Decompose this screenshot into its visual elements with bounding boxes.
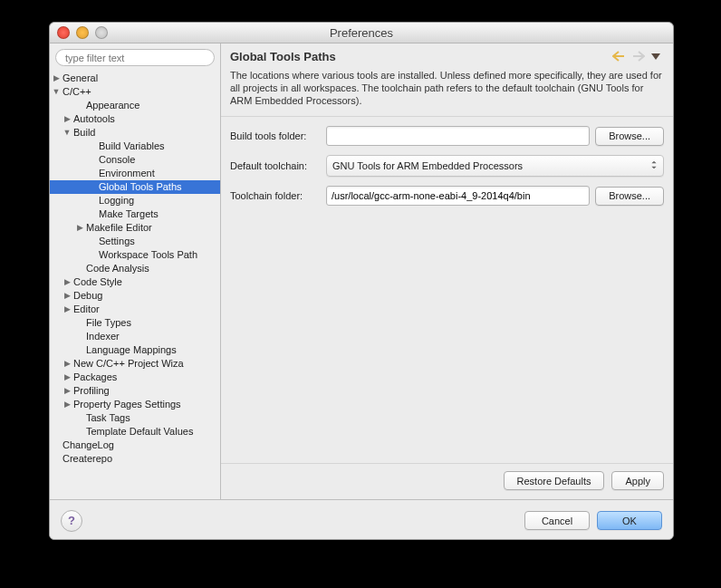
tree-item-changelog[interactable]: ChangeLog [50,439,220,452]
tree-item-code-analysis[interactable]: Code Analysis [50,262,220,275]
dialog-footer: ? Cancel OK [50,499,673,540]
chevron-right-icon: ▶ [62,289,72,303]
chevron-down-icon: ▼ [52,85,61,99]
arrow-left-icon [612,51,627,62]
tree-item-workspace-tools-path[interactable]: Workspace Tools Path [50,248,220,262]
view-menu-button[interactable] [648,49,664,63]
window-title: Preferences [50,26,673,40]
tree-item-environment[interactable]: Environment [50,167,220,180]
page-description: The locations where various tools are in… [221,67,673,117]
tree-item-logging[interactable]: Logging [50,194,220,207]
tree-item-build[interactable]: ▼Build [50,126,220,140]
window-close-button[interactable] [57,26,70,39]
chevron-down-icon: ▼ [62,126,72,140]
toolchain-folder-label: Toolchain folder: [230,190,321,201]
tree-item-settings[interactable]: Settings [50,235,220,248]
tree-item-appearance[interactable]: Appearance [50,99,220,112]
default-toolchain-value: GNU Tools for ARM Embedded Processors [332,160,523,171]
help-button[interactable]: ? [61,510,82,532]
tree-item-makefile-editor[interactable]: ▶Makefile Editor [50,221,220,235]
chevron-right-icon: ▶ [62,357,72,371]
window-minimize-button[interactable] [76,26,89,39]
tree-item-ccpp[interactable]: ▼C/C++ [50,85,220,99]
tree-item-indexer[interactable]: Indexer [50,330,220,343]
restore-defaults-button[interactable]: Restore Defaults [504,471,605,490]
svg-marker-0 [651,53,660,60]
toolchain-browse-button[interactable]: Browse... [595,187,664,206]
nav-forward-button[interactable] [630,49,646,63]
preferences-tree[interactable]: ▶General ▼C/C++ Appearance ▶Autotools ▼B… [50,72,220,499]
chevron-right-icon: ▶ [62,371,72,384]
chevron-right-icon: ▶ [62,398,72,411]
chevron-right-icon: ▶ [52,72,61,85]
tree-item-make-targets[interactable]: Make Targets [50,207,220,221]
tree-item-new-project-wizard[interactable]: ▶New C/C++ Project Wiza [50,357,220,371]
ok-button[interactable]: OK [597,511,662,530]
chevron-right-icon: ▶ [62,384,72,398]
tree-item-language-mappings[interactable]: Language Mappings [50,343,220,357]
preferences-window: Preferences ▶General ▼C/C++ Appearance ▶… [49,22,674,540]
page-title: Global Tools Paths [230,50,610,63]
arrow-right-icon [630,51,645,62]
tree-item-general[interactable]: ▶General [50,72,220,85]
triangle-down-icon [651,52,660,61]
tree-item-template-default-values[interactable]: Template Default Values [50,425,220,439]
chevron-right-icon: ▶ [62,303,72,316]
tree-item-createrepo[interactable]: Createrepo [50,452,220,466]
tree-item-global-tools-paths[interactable]: Global Tools Paths [50,180,220,194]
tree-item-editor[interactable]: ▶Editor [50,303,220,316]
default-toolchain-label: Default toolchain: [230,160,321,171]
sidebar: ▶General ▼C/C++ Appearance ▶Autotools ▼B… [50,43,221,499]
toolchain-folder-input[interactable] [326,186,590,206]
tree-item-debug[interactable]: ▶Debug [50,289,220,303]
build-tools-folder-label: Build tools folder: [230,130,321,141]
form: Build tools folder: Browse... Default to… [221,117,673,224]
filter-input[interactable] [55,49,215,66]
build-tools-folder-input[interactable] [326,126,590,146]
tree-item-packages[interactable]: ▶Packages [50,371,220,384]
question-icon: ? [68,514,75,527]
window-zoom-button[interactable] [95,26,108,39]
tree-item-profiling[interactable]: ▶Profiling [50,384,220,398]
tree-item-console[interactable]: Console [50,153,220,167]
tree-item-property-pages-settings[interactable]: ▶Property Pages Settings [50,398,220,411]
tree-item-autotools[interactable]: ▶Autotools [50,112,220,126]
build-tools-browse-button[interactable]: Browse... [595,127,664,146]
apply-button[interactable]: Apply [611,471,664,490]
chevron-right-icon: ▶ [62,112,72,126]
titlebar: Preferences [50,23,673,43]
content-pane: Global Tools Paths The locations where v… [221,43,673,499]
chevron-right-icon: ▶ [75,221,84,235]
tree-item-file-types[interactable]: File Types [50,316,220,330]
default-toolchain-select[interactable]: GNU Tools for ARM Embedded Processors [326,155,664,177]
tree-item-task-tags[interactable]: Task Tags [50,411,220,425]
tree-item-code-style[interactable]: ▶Code Style [50,275,220,289]
chevron-right-icon: ▶ [62,275,72,289]
tree-item-build-variables[interactable]: Build Variables [50,140,220,153]
nav-back-button[interactable] [611,49,628,63]
cancel-button[interactable]: Cancel [524,511,590,530]
